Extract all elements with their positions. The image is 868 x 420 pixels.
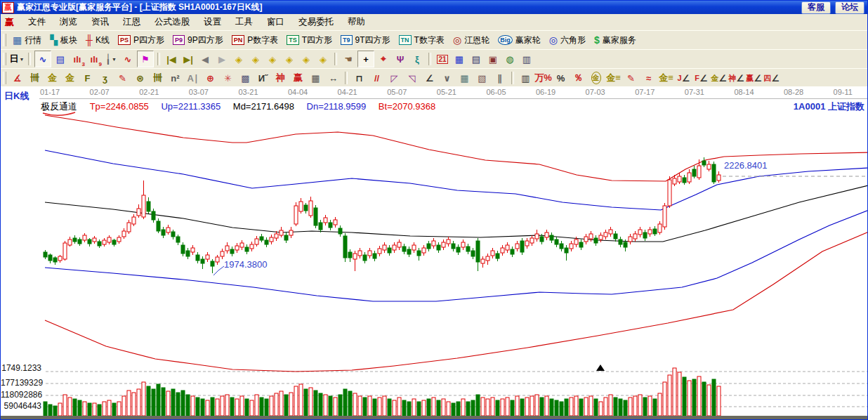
customer-service-button[interactable]: 客服: [801, 1, 831, 14]
tool-gold-circle[interactable]: 金: [587, 70, 605, 86]
tool-fan-box-1[interactable]: ◸: [386, 70, 403, 86]
kline-chart[interactable]: [1, 86, 868, 420]
tool-info-doc[interactable]: ▤: [53, 51, 68, 67]
toolbar-button-quotes[interactable]: ▦行情: [9, 34, 45, 47]
tool-gann-ruler-2[interactable]: 卌: [149, 70, 166, 86]
bottom-status-bar[interactable]: [1, 416, 868, 420]
tool-diamond-move[interactable]: ◈: [315, 51, 331, 67]
tool-diamond-compress[interactable]: ◈: [298, 51, 314, 67]
tool-wave-channel[interactable]: ≈: [640, 70, 657, 86]
toolbar-button-winner-wheel[interactable]: Big赢家轮: [494, 34, 544, 47]
tool-parallel-lines[interactable]: ∥: [491, 70, 508, 86]
tool-last-bar[interactable]: ▶|: [180, 51, 196, 67]
tool-angle-gold[interactable]: 金∠: [710, 70, 728, 86]
tool-f-ruler[interactable]: F: [79, 70, 96, 86]
tool-angle-j[interactable]: J∠: [675, 70, 692, 86]
tool-v-wave[interactable]: ∨: [438, 70, 456, 86]
tool-diamond-expand[interactable]: ◈: [265, 51, 280, 67]
toolbar-grip[interactable]: [3, 34, 6, 46]
toolbar-button-9p-square[interactable]: P99P四方形: [169, 34, 227, 47]
tool-star-grid[interactable]: ✳: [219, 70, 237, 86]
tool-period-day-dropdown[interactable]: 日▼: [9, 51, 25, 67]
tool-prev-bar[interactable]: ◀: [197, 51, 213, 67]
menu-item-help[interactable]: 帮助: [341, 15, 372, 29]
toolbar-button-kline[interactable]: ╫K线: [82, 34, 113, 47]
tool-n-squared[interactable]: n²: [166, 70, 184, 86]
tool-quote-marks[interactable]: И˝: [254, 70, 272, 86]
tool-gold-gate-2[interactable]: 金: [61, 70, 79, 86]
tool-next-bar[interactable]: ▶: [214, 51, 230, 67]
tool-width-measure[interactable]: ↔: [324, 70, 342, 86]
tool-square-grid[interactable]: ▩: [237, 70, 254, 86]
tool-shen-tool[interactable]: 神: [272, 70, 289, 86]
tool-candle-style-dropdown[interactable]: ╽▼: [103, 51, 119, 67]
tool-bars-9[interactable]: ılı9: [86, 51, 102, 67]
tool-diamond-cross[interactable]: ◈: [282, 51, 297, 67]
tool-red-circle-cross[interactable]: ⊕: [202, 70, 219, 86]
toolbar-button-t-table[interactable]: TNT数字表: [395, 34, 448, 47]
toolbar-button-p-square[interactable]: PSP四方形: [114, 34, 168, 47]
tool-gann-angle-pen[interactable]: ∡: [8, 70, 26, 86]
tool-calculator[interactable]: ▦: [452, 51, 467, 67]
tool-frame-tool[interactable]: ⊓: [350, 70, 368, 86]
tool-percent[interactable]: %: [552, 70, 570, 86]
toolbar-button-t-square[interactable]: TST四方形: [283, 34, 336, 47]
toolbar-grip[interactable]: [3, 53, 6, 65]
tool-flag-colored-tool[interactable]: ⚑: [137, 51, 154, 67]
tool-gold-lines-2[interactable]: 金≡: [657, 70, 675, 86]
tool-diamond-left[interactable]: ◈: [231, 51, 246, 67]
menu-item-trade[interactable]: 交易委托: [291, 15, 341, 29]
tool-teal-squiggle-tool[interactable]: ξ: [409, 51, 425, 67]
tool-grid-dots[interactable]: ▦: [456, 70, 473, 86]
tool-globe[interactable]: ◍: [502, 51, 518, 67]
tool-calendar-21[interactable]: 21: [435, 51, 450, 67]
tool-zigzag-red-tool[interactable]: ∿: [120, 51, 136, 67]
tool-percent-gann[interactable]: 万%: [534, 70, 552, 86]
tool-angle-lines[interactable]: ∠: [421, 70, 438, 86]
tool-first-bar[interactable]: |◀: [164, 51, 179, 67]
tool-save[interactable]: ▣: [485, 51, 501, 67]
tool-grid-123[interactable]: ▦: [307, 70, 324, 86]
toolbar-button-gann-wheel[interactable]: ◎江恩轮: [449, 34, 493, 47]
tool-notes[interactable]: ▤: [468, 51, 484, 67]
tool-grid-arrow[interactable]: ▧: [473, 70, 491, 86]
tool-pin-angle-tool[interactable]: ⌖: [376, 51, 391, 67]
menu-item-browse[interactable]: 浏览: [53, 15, 84, 29]
tool-gann-circle[interactable]: ⊛: [131, 70, 149, 86]
tool-gann-ruler-1[interactable]: 卌: [26, 70, 44, 86]
tool-fan-lines[interactable]: //: [368, 70, 386, 86]
toolbar-button-9t-square[interactable]: T99T四方形: [337, 34, 394, 47]
menu-item-tools[interactable]: 工具: [228, 15, 260, 29]
toolbar-button-p-table[interactable]: PNP数字表: [228, 34, 282, 47]
menu-item-window[interactable]: 窗口: [260, 15, 291, 29]
tool-mirror-a[interactable]: A∣: [184, 70, 202, 86]
tool-bars-3[interactable]: ılı3: [70, 51, 85, 67]
forum-button[interactable]: 论坛: [835, 1, 864, 14]
tool-angle-f[interactable]: F∠: [692, 70, 710, 86]
tool-ying-tool[interactable]: 赢: [289, 70, 307, 86]
tool-fan-box-2[interactable]: ◹: [403, 70, 421, 86]
tool-angle-ying[interactable]: 赢∠: [745, 70, 763, 86]
tool-purple-tool[interactable]: Ψ: [393, 51, 408, 67]
tool-gold-gate-1[interactable]: 金: [44, 70, 61, 86]
tool-pen-ruler[interactable]: ✎: [114, 70, 131, 86]
tool-hand-tool[interactable]: ☚: [341, 51, 356, 67]
tool-computer[interactable]: ▥: [519, 51, 534, 67]
toolbar-button-winner-service[interactable]: $赢家服务: [591, 34, 640, 47]
menu-item-formula-pick[interactable]: 公式选股: [147, 15, 197, 29]
tool-gold-lines-1[interactable]: 金≡: [605, 70, 622, 86]
tool-price-ruler[interactable]: ▥: [517, 70, 534, 86]
tool-angle-four[interactable]: 四∠: [763, 70, 780, 86]
toolbar-grip[interactable]: [3, 72, 6, 84]
tool-diamond-right[interactable]: ◈: [248, 51, 263, 67]
tool-percent-line[interactable]: ％: [570, 70, 587, 86]
toolbar-button-hexagon[interactable]: ◎六角形: [546, 34, 589, 47]
menu-item-gann[interactable]: 江恩: [116, 15, 147, 29]
toolbar-button-sectors[interactable]: ▚板块: [46, 34, 81, 47]
menu-item-settings[interactable]: 设置: [197, 15, 228, 29]
tool-spiral-tool[interactable]: ʒ: [96, 70, 114, 86]
tool-pen-note[interactable]: ✎: [622, 70, 640, 86]
menu-item-file[interactable]: 文件: [21, 15, 53, 29]
tool-crosshair-tool[interactable]: +: [357, 51, 374, 67]
tool-angle-shen[interactable]: 神∠: [728, 70, 745, 86]
